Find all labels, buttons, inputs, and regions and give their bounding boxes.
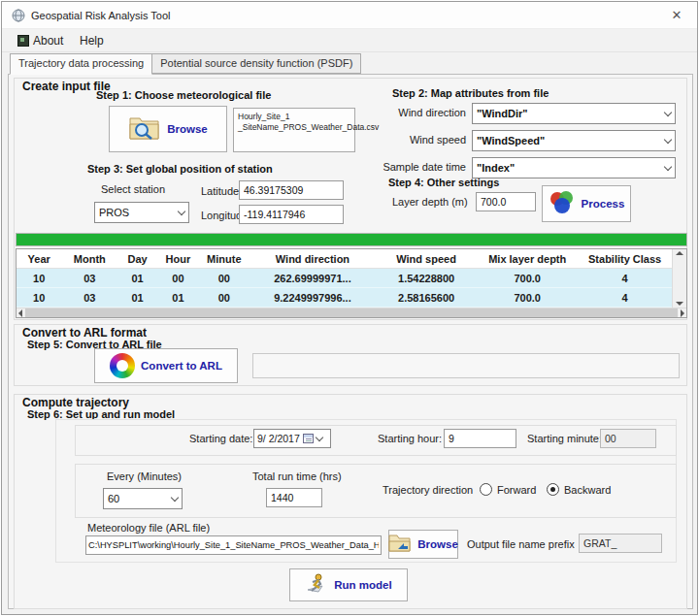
col-wind-speed[interactable]: Wind speed (376, 253, 477, 265)
starting-minute-field (600, 429, 656, 448)
every-minutes-select[interactable]: 60 (103, 488, 183, 509)
process-button[interactable]: Process (542, 185, 631, 222)
chevron-down-icon (316, 433, 323, 440)
chevron-down-icon (171, 493, 179, 501)
app-icon (12, 9, 25, 24)
starting-hour-field[interactable] (444, 429, 516, 448)
sample-date-time-select[interactable]: "Index" (472, 157, 676, 178)
col-stability-class[interactable]: Stability Class (578, 253, 672, 265)
col-day[interactable]: Day (117, 253, 157, 265)
starting-minute-label: Starting minute: (527, 433, 602, 444)
weather-data-table: Year Month Day Hour Minute Wind directio… (16, 248, 687, 318)
menu-about[interactable]: About (14, 32, 67, 49)
total-run-time-label: Total run time (hrs) (252, 470, 342, 482)
arl-progress-bar (252, 353, 680, 378)
folder-search-icon (128, 114, 161, 144)
sample-date-time-label: Sample date time (383, 161, 466, 173)
starting-hour-label: Starting hour: (378, 433, 442, 444)
close-icon[interactable]: ✕ (666, 7, 687, 24)
process-progress-fill (17, 234, 686, 245)
chevron-down-icon (664, 108, 672, 115)
wind-speed-label: Wind speed (392, 134, 466, 146)
convert-to-arl-label: Convert to ARL (141, 360, 222, 372)
step2-title: Step 2: Map attributes from file (392, 87, 549, 99)
step3-title: Step 3: Set global position of station (87, 163, 273, 175)
menu-help[interactable]: Help (76, 32, 108, 49)
backward-radio[interactable] (547, 483, 559, 496)
table-row[interactable]: 10 03 01 01 00 9.2249997996... 2.5816560… (17, 288, 672, 308)
latitude-label: Latitude (201, 185, 239, 197)
chevron-down-icon (664, 162, 672, 170)
col-minute[interactable]: Minute (199, 253, 250, 265)
about-icon (17, 35, 29, 47)
title-bar: Geospatial Risk Analysis Tool ✕ (2, 2, 697, 29)
wind-direction-select[interactable]: "WindDir" (472, 103, 676, 124)
longitude-field[interactable] (239, 205, 344, 224)
browse-arl-button[interactable]: Browse (388, 530, 458, 559)
run-model-label: Run model (334, 579, 391, 591)
scrollbar-thumb[interactable] (25, 308, 678, 317)
scroll-down-icon[interactable] (676, 302, 683, 306)
group-compute-title: Compute trajectory (19, 396, 132, 409)
col-mix-layer-depth[interactable]: Mix layer depth (477, 253, 578, 265)
forward-label: Forward (497, 484, 536, 496)
chevron-down-icon (178, 207, 185, 214)
tab-psdf[interactable]: Potential source density function (PSDF) (151, 53, 361, 74)
calendar-icon (303, 434, 314, 443)
browse-met-csv-button[interactable]: Browse (109, 106, 227, 152)
convert-to-arl-button[interactable]: Convert to ARL (94, 348, 238, 383)
run-model-button[interactable]: Run model (289, 568, 408, 601)
browse-met-csv-label: Browse (167, 123, 208, 135)
tab-strip: Trajectory data processing Potential sou… (10, 53, 360, 74)
group-convert-title: Convert to ARL format (19, 326, 150, 340)
trajectory-direction-label: Trajectory direction (383, 484, 473, 496)
runner-icon (305, 572, 328, 598)
app-window: Geospatial Risk Analysis Tool ✕ About He… (1, 1, 698, 615)
col-month[interactable]: Month (61, 253, 117, 265)
select-station-label: Select station (101, 183, 165, 195)
layer-depth-label: Layer depth (m) (392, 196, 468, 208)
window-title: Geospatial Risk Analysis Tool (31, 10, 170, 21)
forward-radio[interactable] (480, 483, 492, 496)
met-csv-filename: Hourly_Site_1 _SiteName_PROS_Weather_Dat… (233, 108, 355, 152)
output-prefix-label: Output file name prefix (467, 538, 575, 550)
layer-depth-field[interactable] (476, 192, 536, 211)
table-horizontal-scrollbar[interactable] (17, 308, 686, 317)
table-row[interactable]: 10 03 01 00 00 262.69999971... 1.5422880… (17, 269, 672, 288)
menu-bar: About Help (2, 29, 697, 52)
col-hour[interactable]: Hour (157, 253, 199, 265)
met-file-label: Meteorology file (ARL file) (87, 522, 210, 534)
col-wind-direction[interactable]: Wind direction (250, 253, 376, 265)
every-minutes-label: Every (Minutes) (107, 470, 182, 482)
process-label: Process (582, 198, 625, 210)
wind-direction-label: Wind direction (392, 107, 466, 118)
starting-date-label: Starting date: (189, 433, 252, 444)
folder-open-icon (388, 534, 412, 555)
step1-title: Step 1: Choose meteorological file (96, 89, 271, 101)
total-run-time-field[interactable] (266, 488, 322, 507)
col-year[interactable]: Year (17, 253, 61, 265)
output-prefix-field[interactable] (579, 534, 662, 553)
color-wheel-icon (110, 353, 135, 378)
scroll-up-icon[interactable] (676, 251, 683, 255)
step4-title: Step 4: Other settings (388, 177, 499, 188)
chevron-down-icon (664, 135, 672, 143)
station-select[interactable]: PROS (94, 202, 189, 223)
scroll-right-icon[interactable] (681, 309, 684, 317)
rgb-spheres-icon (549, 190, 576, 217)
scroll-left-icon[interactable] (18, 309, 22, 317)
starting-date-picker[interactable]: 9/ 2/2017 (253, 429, 331, 448)
wind-speed-select[interactable]: "WindSpeed" (472, 130, 676, 151)
table-vertical-scrollbar[interactable] (672, 249, 686, 308)
process-progress-bar (16, 233, 687, 246)
backward-label: Backward (564, 484, 611, 496)
tab-trajectory-data-processing[interactable]: Trajectory data processing (10, 53, 152, 75)
latitude-field[interactable] (239, 180, 344, 200)
met-file-field[interactable] (85, 535, 382, 555)
table-header-row: Year Month Day Hour Minute Wind directio… (17, 249, 672, 269)
browse-arl-label: Browse (417, 538, 458, 550)
